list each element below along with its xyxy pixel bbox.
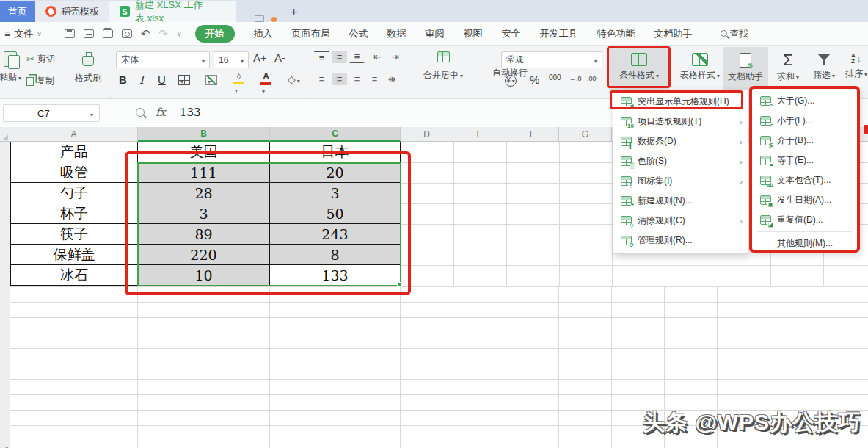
undo-icon[interactable]: ↶ [141,27,150,40]
submenu-item-more-rules[interactable]: 其他规则(M)... [751,234,858,253]
save-icon[interactable] [65,29,75,38]
select-all-corner[interactable] [0,127,10,142]
cell-c5[interactable]: 243 [270,224,401,245]
sum-button[interactable]: Σ 求和 [770,47,806,91]
menu-item-manage-rules[interactable]: ⚙ 管理规则(R)... [613,231,748,250]
eraser-button[interactable]: ◇ [288,73,300,85]
column-header-c[interactable]: C [270,127,401,142]
submenu-item-text-contains[interactable]: ab 文本包含(T)... [751,170,858,190]
fx-icon[interactable]: fx [156,106,166,119]
row-headers[interactable]: 0 1 2 3 4 5 6 7 8 [0,142,10,448]
format-painter-button[interactable]: 格式刷 [70,48,106,84]
submenu-item-less-than[interactable]: < 小于(L)... [751,111,858,131]
doc-assistant-button[interactable]: 文档助手 [723,47,768,91]
underline-button[interactable]: U [158,73,166,86]
redo-icon[interactable]: ↷ [158,27,168,40]
cell-b5[interactable]: 89 [138,224,270,245]
row-header[interactable]: 0 [0,443,10,448]
increase-decimal-button[interactable]: ←.0 [569,75,582,82]
grid-cells[interactable] [10,286,868,448]
submenu-item-between[interactable]: ≶ 介于(B)... [751,131,858,151]
menu-item-data-bars[interactable]: ▍ 数据条(D) › [613,131,748,151]
number-format-select[interactable]: 常规 [501,51,602,68]
cell-a6[interactable]: 保鲜盖 [10,245,138,265]
table-style-button[interactable]: 表格样式 [673,47,727,91]
align-right-button[interactable]: ≡ [349,73,365,85]
ribbon-tab-special-features[interactable]: 特色功能 [597,27,635,40]
align-middle-button[interactable]: ≡ [332,51,347,63]
magnifier-icon[interactable] [136,108,145,117]
bold-button[interactable]: B [119,73,127,86]
column-header-b[interactable]: B [138,127,270,142]
cell-b3[interactable]: 28 [138,183,270,203]
thousands-separator-button[interactable]: 000 [549,73,561,82]
menu-item-highlight-cell-rules[interactable]: ≠ 突出显示单元格规则(H) › [613,92,748,112]
cell-c2[interactable]: 20 [270,162,401,183]
cell-b7[interactable]: 10 [138,265,270,286]
tab-document[interactable]: S 新建 XLSX 工作表.xlsx [109,1,236,22]
tab-docer-templates[interactable]: 稻壳模板 [35,1,109,22]
borders-button[interactable] [178,75,190,85]
decrease-indent-button[interactable]: ⇤ [370,51,385,63]
align-center-button[interactable]: ≡ [332,73,347,85]
ribbon-tab-page-layout[interactable]: 页面布局 [292,27,330,40]
italic-button[interactable]: I [139,73,144,87]
shading-button[interactable] [205,75,217,85]
more-chevron-icon[interactable]: ∨ [177,30,182,37]
currency-button[interactable]: ¥ [505,75,517,87]
cell-a3[interactable]: 勺子 [10,183,138,203]
print-preview-icon[interactable] [122,29,132,38]
cell-a7[interactable]: 冰石 [10,265,138,286]
decrease-font-button[interactable]: A- [274,51,285,64]
submenu-item-date-occurring[interactable]: ▣ 发生日期(A)... [751,190,858,210]
increase-indent-button[interactable]: ⇥ [387,51,403,63]
fill-handle[interactable] [397,282,402,287]
ribbon-tab-view[interactable]: 视图 [464,27,483,40]
formula-input[interactable]: 133 [180,106,201,119]
cell-a4[interactable]: 杯子 [10,203,138,224]
cell-c7-active[interactable]: 133 [270,265,401,286]
menu-item-clear-rules[interactable]: ◇ 清除规则(C) › [613,211,748,231]
ribbon-tab-security[interactable]: 安全 [502,27,521,40]
column-header-f[interactable]: F [506,127,559,142]
name-box[interactable]: C7 [3,104,100,122]
monitor-icon[interactable] [255,15,264,22]
cell-b4[interactable]: 3 [138,203,270,224]
decrease-decimal-button[interactable]: .00 [587,75,597,82]
sort-button[interactable]: AZ↓ 排序 [841,47,868,91]
cell-b6[interactable]: 220 [138,245,270,265]
cut-button[interactable]: ✂ 剪切 [26,53,55,65]
print-icon[interactable] [103,29,113,38]
align-top-button[interactable]: ≡ [314,51,329,63]
justify-button[interactable]: ≡ [367,73,382,85]
cell-c3[interactable]: 3 [270,183,401,203]
align-left-button[interactable]: ≡ [314,73,329,85]
ribbon-tab-insert[interactable]: 插入 [254,27,273,40]
submenu-item-greater-than[interactable]: > 大于(G)... [751,91,858,111]
data-table[interactable]: 产品 美国 日本 吸管 111 20 勺子 28 3 杯子 3 50 筷子 89… [10,142,401,286]
file-menu[interactable]: ≡ 文件 ∨ [0,27,49,40]
ribbon-tab-doc-assistant[interactable]: 文档助手 [654,27,693,40]
font-name-select[interactable]: 宋体 [116,51,210,68]
filter-button[interactable]: 筛选 [807,47,841,91]
ribbon-tab-developer[interactable]: 开发工具 [540,27,578,40]
cell-b2[interactable]: 111 [138,162,270,183]
ribbon-tab-review[interactable]: 审阅 [426,27,445,40]
copy-button[interactable]: 复制 [26,75,54,87]
column-header-a[interactable]: A [10,127,138,142]
ribbon-tab-home[interactable]: 开始 [195,25,235,43]
ribbon-tab-data[interactable]: 数据 [387,27,406,40]
ribbon-tab-formulas[interactable]: 公式 [349,27,368,40]
cell-c6[interactable]: 8 [270,245,401,265]
cell-a1[interactable]: 产品 [10,142,138,162]
search-control[interactable]: 查找 [721,27,749,40]
font-color-button[interactable]: A [260,71,271,95]
export-icon[interactable] [84,29,94,38]
menu-item-top-bottom-rules[interactable]: 10 项目选取规则(T) › [613,112,748,131]
increase-font-button[interactable]: A+ [253,51,267,64]
align-bottom-button[interactable]: ≡ [349,51,365,63]
submenu-item-duplicate-values[interactable]: ◪ 重复值(D)... [751,210,858,230]
distributed-button[interactable]: ⇹ [384,73,400,85]
menu-item-new-rule[interactable]: * 新建规则(N)... [613,191,748,211]
cell-b1[interactable]: 美国 [138,142,270,162]
